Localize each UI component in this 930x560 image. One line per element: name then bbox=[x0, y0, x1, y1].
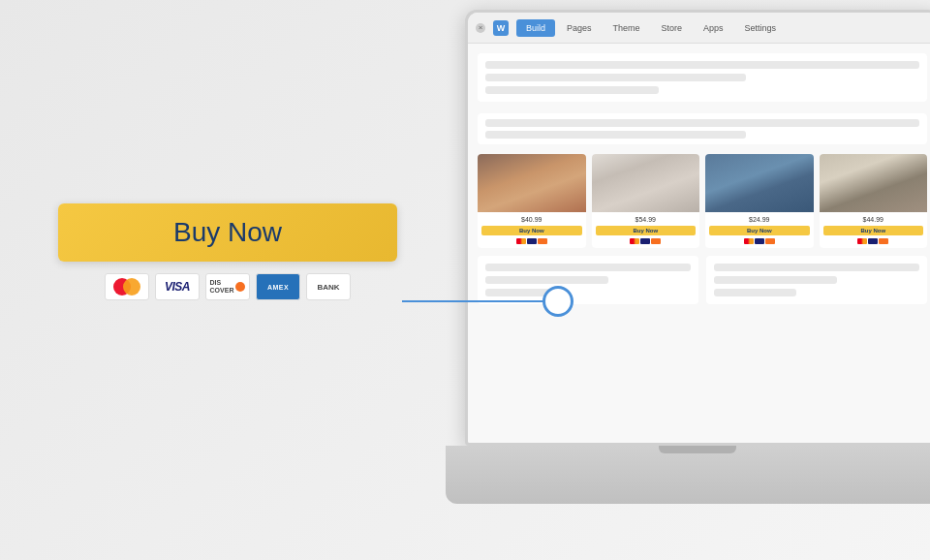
tab-pages[interactable]: Pages bbox=[557, 19, 602, 37]
product-image-4 bbox=[820, 154, 928, 212]
laptop-base-notch bbox=[659, 446, 736, 453]
left-panel: Buy Now VISA DISCOVER AMEX BANK bbox=[58, 203, 397, 300]
product-buy-button-1[interactable]: Buy Now bbox=[481, 226, 582, 235]
product-card-4: $44.99 Buy Now bbox=[820, 154, 928, 248]
mini-discover-icon-2 bbox=[651, 238, 661, 244]
mini-mc-icon-2 bbox=[630, 238, 639, 244]
tab-build[interactable]: Build bbox=[516, 19, 555, 37]
product-image-2 bbox=[592, 154, 700, 212]
product-info-4: $44.99 Buy Now bbox=[820, 212, 928, 248]
tab-store[interactable]: Store bbox=[652, 19, 693, 37]
laptop-screen-outer: × W Build Pages Theme Store Apps Setting… bbox=[465, 10, 930, 446]
mini-visa-icon-2 bbox=[640, 238, 650, 244]
product-card-3: $24.99 Buy Now bbox=[705, 154, 814, 248]
laptop-screen-inner: × W Build Pages Theme Store Apps Setting… bbox=[468, 13, 930, 443]
skeleton-bar-medium-1 bbox=[485, 74, 746, 81]
product-price-2: $54.99 bbox=[596, 216, 697, 223]
screen-content: $40.99 Buy Now $54. bbox=[468, 44, 930, 443]
mini-visa-icon-3 bbox=[755, 238, 764, 244]
product-price-4: $44.99 bbox=[823, 216, 924, 223]
amex-icon: AMEX bbox=[256, 273, 300, 300]
buy-now-button[interactable]: Buy Now bbox=[58, 203, 397, 262]
product-payment-icons-1 bbox=[481, 238, 582, 244]
sub-header-skeleton bbox=[478, 113, 927, 144]
product-grid: $40.99 Buy Now $54. bbox=[478, 154, 927, 248]
mini-mc-icon-1 bbox=[516, 238, 526, 244]
product-price-1: $40.99 bbox=[481, 216, 582, 223]
product-buy-button-3[interactable]: Buy Now bbox=[709, 226, 810, 235]
bank-icon: BANK bbox=[306, 273, 351, 300]
product-buy-button-4[interactable]: Buy Now bbox=[823, 226, 924, 235]
product-info-3: $24.99 Buy Now bbox=[705, 212, 814, 248]
skeleton-bar-full-1 bbox=[485, 61, 919, 69]
mastercard-icon bbox=[105, 273, 149, 300]
mini-discover-icon-3 bbox=[765, 238, 775, 244]
bottom-bar-1 bbox=[485, 264, 691, 271]
product-price-3: $24.99 bbox=[709, 216, 810, 223]
connector-dot bbox=[542, 286, 574, 317]
payment-icons-row: VISA DISCOVER AMEX BANK bbox=[105, 273, 351, 300]
product-buy-button-2[interactable]: Buy Now bbox=[596, 226, 697, 235]
bottom-bar-2 bbox=[485, 276, 608, 284]
product-payment-icons-3 bbox=[709, 238, 810, 244]
browser-close-button[interactable]: × bbox=[476, 23, 485, 33]
browser-nav-tabs: Build Pages Theme Store Apps Settings bbox=[516, 19, 929, 37]
laptop-base bbox=[446, 446, 930, 504]
bottom-skeleton-block-2 bbox=[706, 256, 927, 304]
bottom-bar-4 bbox=[714, 264, 919, 271]
mini-mc-icon-3 bbox=[744, 238, 754, 244]
laptop-container: × W Build Pages Theme Store Apps Setting… bbox=[446, 0, 930, 523]
product-info-2: $54.99 Buy Now bbox=[592, 212, 700, 248]
browser-logo: W bbox=[493, 20, 509, 36]
tab-settings[interactable]: Settings bbox=[735, 19, 787, 37]
page-header-skeleton bbox=[478, 53, 927, 102]
product-payment-icons-2 bbox=[596, 238, 697, 244]
connector-line bbox=[402, 300, 557, 302]
product-image-3 bbox=[705, 154, 814, 212]
product-card-2: $54.99 Buy Now bbox=[592, 154, 700, 248]
product-payment-icons-4 bbox=[823, 238, 924, 244]
mini-discover-icon-1 bbox=[538, 238, 547, 244]
bottom-bar-5 bbox=[714, 276, 837, 284]
bottom-bar-6 bbox=[714, 289, 796, 296]
product-info-1: $40.99 Buy Now bbox=[478, 212, 586, 248]
visa-icon: VISA bbox=[155, 273, 200, 300]
mini-visa-icon-4 bbox=[868, 238, 878, 244]
mini-discover-icon-4 bbox=[879, 238, 888, 244]
discover-icon: DISCOVER bbox=[205, 273, 250, 300]
tab-theme[interactable]: Theme bbox=[604, 19, 650, 37]
mini-visa-icon-1 bbox=[527, 238, 537, 244]
mini-mc-icon-4 bbox=[857, 238, 867, 244]
bottom-skeleton-block-1 bbox=[478, 256, 698, 304]
product-image-1 bbox=[478, 154, 586, 212]
skeleton-bar-medium-2 bbox=[485, 131, 746, 139]
skeleton-bar-full-2 bbox=[485, 119, 919, 127]
tab-apps[interactable]: Apps bbox=[694, 19, 733, 37]
browser-chrome: × W Build Pages Theme Store Apps Setting… bbox=[468, 13, 930, 44]
skeleton-bar-short-1 bbox=[485, 86, 659, 94]
product-card-1: $40.99 Buy Now bbox=[478, 154, 586, 248]
